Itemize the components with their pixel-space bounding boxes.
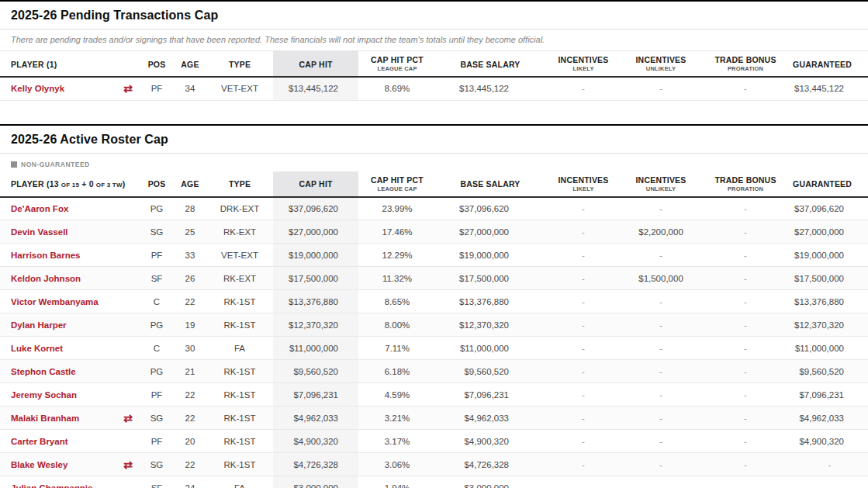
- cap-hit-cell: $3,000,000: [273, 476, 358, 488]
- incentives-likely-cell: -: [545, 290, 622, 313]
- trade-cell: ⇄: [116, 244, 140, 267]
- incentives-unlikely-cell: -: [622, 407, 700, 430]
- col-guaranteed[interactable]: GUARANTEED: [791, 51, 868, 77]
- col-trade-bonus[interactable]: TRADE BONUS PRORATION: [700, 51, 791, 77]
- player-name-link[interactable]: Blake Wesley: [11, 460, 67, 469]
- player-name-link[interactable]: Malaki Branham: [11, 414, 79, 423]
- col-type[interactable]: TYPE: [206, 171, 273, 197]
- col-incentives-unlikely[interactable]: INCENTIVES UNLIKELY: [622, 51, 700, 77]
- age-cell: 22: [174, 290, 206, 313]
- age-cell: 24: [174, 476, 206, 488]
- player-name-link[interactable]: De'Aaron Fox: [11, 204, 68, 213]
- player-cell: Victor Wembanyama: [0, 290, 116, 313]
- base-salary-cell: $4,962,033: [436, 407, 545, 430]
- cap-hit-cell: $7,096,231: [273, 383, 358, 407]
- type-cell: DRK-EXT: [206, 197, 273, 220]
- player-name-link[interactable]: Luke Kornet: [11, 344, 63, 353]
- type-cell: RK-1ST: [206, 360, 273, 383]
- col-cap-hit-pct[interactable]: CAP HIT PCT LEAGUE CAP: [358, 51, 436, 77]
- pos-cell: PF: [140, 383, 174, 407]
- player-cell: Julian Champagnie: [0, 476, 116, 488]
- cap-hit-pct-cell: 3.06%: [358, 453, 436, 476]
- col-type[interactable]: TYPE: [206, 51, 273, 77]
- type-cell: RK-1ST: [206, 313, 273, 337]
- trade-icon: ⇄: [123, 412, 133, 424]
- guaranteed-cell: -: [791, 453, 868, 476]
- col-pos[interactable]: POS: [140, 51, 174, 77]
- incentives-likely-cell: -: [545, 197, 622, 220]
- non-guaranteed-legend-label: NON-GUARANTEED: [21, 161, 90, 168]
- pos-cell: PG: [140, 197, 174, 220]
- pending-table-body: Kelly Olynyk ⇄ PF 34 VET-EXT $13,445,122…: [0, 77, 868, 100]
- incentives-unlikely-cell: -: [622, 313, 700, 337]
- player-name-link[interactable]: Stephon Castle: [11, 367, 76, 376]
- guaranteed-cell: $9,560,520: [791, 360, 868, 383]
- col-trade-bonus[interactable]: TRADE BONUS PRORATION: [700, 171, 791, 197]
- col-player[interactable]: PLAYER (1): [0, 51, 140, 77]
- col-player-label-part: ): [123, 179, 126, 189]
- base-salary-cell: $11,000,000: [436, 337, 545, 360]
- player-name-link[interactable]: Carter Bryant: [11, 437, 68, 446]
- base-salary-cell: $3,000,000: [436, 476, 545, 488]
- player-name-link[interactable]: Harrison Barnes: [11, 251, 80, 260]
- col-incentives-likely[interactable]: INCENTIVES LIKELY: [545, 51, 622, 77]
- pos-cell: PF: [140, 244, 174, 267]
- col-cap-hit[interactable]: CAP HIT: [273, 51, 358, 77]
- player-name-link[interactable]: Keldon Johnson: [11, 274, 81, 283]
- player-name-link[interactable]: Victor Wembanyama: [11, 297, 99, 306]
- non-guaranteed-legend: NON-GUARANTEED: [0, 154, 868, 171]
- player-name-link[interactable]: Dylan Harper: [11, 320, 67, 330]
- pos-cell: SG: [140, 453, 174, 476]
- col-player-small-part: OF 15: [61, 182, 79, 189]
- col-base-salary[interactable]: BASE SALARY: [436, 51, 545, 77]
- trade-bonus-cell: -: [700, 407, 791, 430]
- col-guaranteed[interactable]: GUARANTEED: [791, 171, 868, 197]
- col-base-salary[interactable]: BASE SALARY: [436, 171, 545, 197]
- player-cell: Keldon Johnson: [0, 267, 116, 290]
- col-incentives-likely-sublabel: LIKELY: [546, 185, 621, 192]
- incentives-unlikely-cell: -: [622, 430, 700, 453]
- trade-bonus-cell: -: [700, 244, 791, 267]
- type-cell: VET-EXT: [206, 77, 273, 100]
- base-salary-cell: $17,500,000: [436, 267, 545, 290]
- col-cap-hit[interactable]: CAP HIT: [273, 171, 358, 197]
- player-name-link[interactable]: Jeremy Sochan: [11, 390, 77, 400]
- pos-cell: SG: [140, 220, 174, 244]
- trade-bonus-cell: -: [700, 290, 791, 313]
- col-age[interactable]: AGE: [174, 51, 206, 77]
- col-trade-bonus-sublabel: PRORATION: [701, 65, 790, 72]
- age-cell: 22: [174, 407, 206, 430]
- trade-bonus-cell: -: [700, 77, 791, 100]
- col-incentives-unlikely-label: INCENTIVES: [624, 56, 698, 64]
- cap-hit-cell: $4,726,328: [273, 453, 358, 476]
- col-cap-hit-pct-label: CAP HIT PCT: [360, 176, 434, 185]
- col-incentives-unlikely-sublabel: UNLIKELY: [624, 185, 698, 192]
- incentives-likely-cell: -: [545, 313, 622, 337]
- base-salary-cell: $13,445,122: [436, 77, 545, 100]
- player-name-link[interactable]: Kelly Olynyk: [11, 84, 64, 93]
- cap-hit-pct-cell: 11.32%: [358, 267, 436, 290]
- col-player[interactable]: PLAYER (13 OF 15 + 0 OF 3 TW): [0, 171, 140, 197]
- player-name-link[interactable]: Devin Vassell: [11, 227, 68, 237]
- player-name-link[interactable]: Julian Champagnie: [11, 483, 92, 488]
- col-cap-hit-pct[interactable]: CAP HIT PCT LEAGUE CAP: [358, 171, 436, 197]
- col-incentives-unlikely[interactable]: INCENTIVES UNLIKELY: [622, 171, 700, 197]
- trade-bonus-cell: -: [700, 220, 791, 244]
- col-pos[interactable]: POS: [140, 171, 174, 197]
- pos-cell: PF: [140, 430, 174, 453]
- type-cell: FA: [206, 337, 273, 360]
- col-trade-bonus-label: TRADE BONUS: [701, 176, 790, 185]
- guaranteed-cell: $7,096,231: [791, 383, 868, 407]
- col-cap-hit-pct-label: CAP HIT PCT: [360, 56, 434, 64]
- col-age[interactable]: AGE: [174, 171, 206, 197]
- col-incentives-likely[interactable]: INCENTIVES LIKELY: [545, 171, 622, 197]
- base-salary-cell: $12,370,320: [436, 313, 545, 337]
- cap-hit-cell: $13,376,880: [273, 290, 358, 313]
- cap-hit-cell: $4,962,033: [273, 407, 358, 430]
- age-cell: 33: [174, 244, 206, 267]
- guaranteed-cell: $19,000,000: [791, 244, 868, 267]
- type-cell: VET-EXT: [206, 244, 273, 267]
- active-table-header-row: PLAYER (13 OF 15 + 0 OF 3 TW) POS AGE TY…: [0, 171, 868, 197]
- col-player-label-part: PLAYER (13: [11, 179, 61, 189]
- col-trade-bonus-sublabel: PRORATION: [701, 185, 790, 192]
